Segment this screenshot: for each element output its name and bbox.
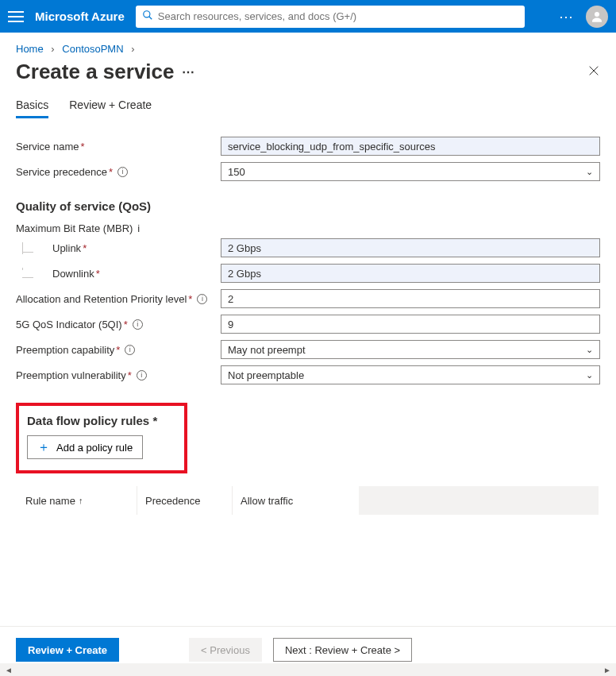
required-icon: * <box>96 268 100 280</box>
search-icon <box>142 10 153 24</box>
horizontal-scrollbar[interactable]: ◄ ► <box>0 663 616 676</box>
arp-label: Allocation and Retention Priority level <box>16 293 187 305</box>
info-icon[interactable]: i <box>197 294 207 304</box>
required-icon: * <box>80 141 84 153</box>
svg-line-1 <box>149 16 152 19</box>
required-icon: * <box>116 344 120 356</box>
chevron-right-icon: › <box>51 43 54 55</box>
search-input[interactable] <box>158 10 518 22</box>
top-bar: Microsoft Azure ⋯ <box>0 0 616 33</box>
required-icon: * <box>152 414 157 427</box>
breadcrumb-home[interactable]: Home <box>16 43 44 55</box>
info-icon[interactable]: i <box>137 222 140 234</box>
downlink-label: Downlink <box>52 268 94 280</box>
breadcrumb: Home › ContosoPMN › <box>0 33 616 60</box>
info-icon[interactable]: i <box>137 370 147 380</box>
scroll-left-icon[interactable]: ◄ <box>2 666 16 674</box>
info-icon[interactable]: i <box>117 167 128 177</box>
info-icon[interactable]: i <box>125 345 135 355</box>
review-create-button[interactable]: Review + Create <box>16 638 119 662</box>
tab-basics[interactable]: Basics <box>16 99 48 118</box>
required-icon: * <box>128 369 132 381</box>
more-icon[interactable]: ⋯ <box>559 8 575 25</box>
footer: Review + Create < Previous Next : Review… <box>0 626 616 662</box>
previous-button: < Previous <box>189 638 262 662</box>
qi5-input[interactable]: 9 <box>221 315 600 334</box>
service-name-input[interactable]: service_blocking_udp_from_specific_sourc… <box>221 137 600 156</box>
required-icon: * <box>83 242 87 254</box>
required-icon: * <box>188 293 192 305</box>
column-spacer <box>359 486 599 515</box>
mbr-label: Maximum Bit Rate (MBR) <box>16 222 133 234</box>
rules-table-header: Rule name ↑ Precedence Allow traffic <box>16 486 600 515</box>
preempt-cap-label: Preemption capability <box>16 344 114 356</box>
plus-icon: ＋ <box>37 441 50 454</box>
chevron-down-icon: ⌄ <box>586 167 593 177</box>
service-precedence-select[interactable]: 150 ⌄ <box>221 162 600 181</box>
uplink-label: Uplink <box>52 242 81 254</box>
qos-title: Quality of service (QoS) <box>16 199 600 213</box>
sort-asc-icon: ↑ <box>79 496 83 505</box>
svg-point-0 <box>144 10 150 17</box>
preempt-vul-label: Preemption vulnerability <box>16 369 126 381</box>
service-precedence-label: Service precedence <box>16 166 107 178</box>
required-icon: * <box>124 319 128 330</box>
preempt-cap-select[interactable]: May not preempt ⌄ <box>221 340 600 359</box>
column-precedence[interactable]: Precedence <box>137 486 232 515</box>
chevron-down-icon: ⌄ <box>586 345 593 355</box>
brand-label[interactable]: Microsoft Azure <box>35 10 125 23</box>
close-icon[interactable] <box>587 64 600 80</box>
qi5-label: 5G QoS Indicator (5QI) <box>16 319 122 330</box>
title-bar: Create a service ⋯ <box>0 60 616 99</box>
uplink-input[interactable]: 2 Gbps <box>221 238 600 257</box>
breadcrumb-resource[interactable]: ContosoPMN <box>62 43 123 55</box>
scroll-right-icon[interactable]: ► <box>600 666 614 674</box>
menu-icon[interactable] <box>8 11 24 22</box>
data-flow-highlight: Data flow policy rules * ＋ Add a policy … <box>16 403 187 473</box>
title-more-icon[interactable]: ⋯ <box>182 64 195 79</box>
user-avatar-icon[interactable] <box>586 6 608 28</box>
tab-review-create[interactable]: Review + Create <box>69 99 152 118</box>
tabs: Basics Review + Create <box>0 99 616 118</box>
column-rule-name[interactable]: Rule name ↑ <box>17 486 137 515</box>
data-flow-title: Data flow policy rules <box>27 414 149 427</box>
arp-input[interactable]: 2 <box>221 289 600 308</box>
column-allow-traffic[interactable]: Allow traffic <box>232 486 359 515</box>
search-box[interactable] <box>136 6 525 28</box>
page-title: Create a service <box>16 60 174 84</box>
info-icon[interactable]: i <box>133 319 143 330</box>
preempt-vul-select[interactable]: Not preemptable ⌄ <box>221 365 600 384</box>
next-button[interactable]: Next : Review + Create > <box>273 638 412 662</box>
svg-point-2 <box>595 12 599 17</box>
chevron-right-icon: › <box>131 43 134 55</box>
downlink-input[interactable]: 2 Gbps <box>221 264 600 283</box>
chevron-down-icon: ⌄ <box>586 370 593 380</box>
add-policy-rule-button[interactable]: ＋ Add a policy rule <box>27 435 143 459</box>
service-name-label: Service name <box>16 141 79 153</box>
required-icon: * <box>109 166 113 178</box>
